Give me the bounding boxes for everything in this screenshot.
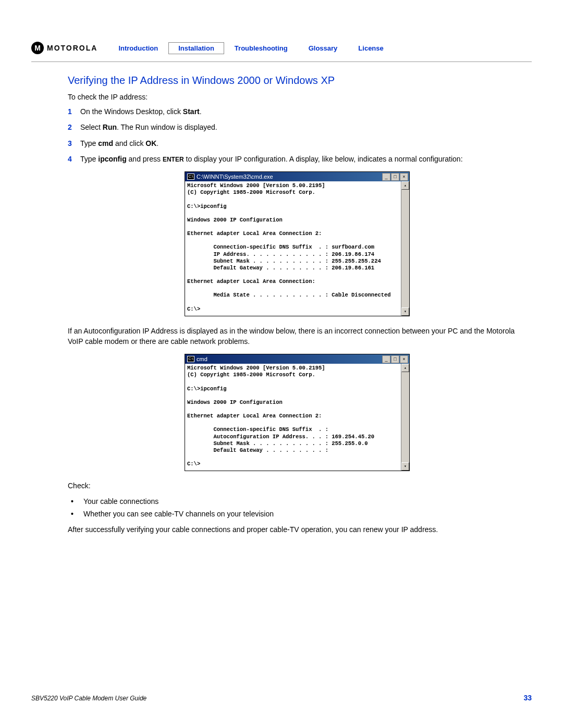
cmd-title-text: C:\WINNT\System32\cmd.exe <box>197 174 273 180</box>
cmd-icon: C:\ <box>187 174 194 180</box>
scroll-down-icon[interactable]: ▾ <box>401 307 409 316</box>
list-item: Whether you can see cable-TV channels on… <box>68 510 527 518</box>
text-fragment: to display your IP configuration. A disp… <box>184 155 463 163</box>
text-fragment: . <box>200 107 202 116</box>
step-text: Select Run. The Run window is displayed. <box>80 122 527 132</box>
step-text: On the Windows Desktop, click Start. <box>80 106 527 117</box>
check-list: Your cable connections Whether you can s… <box>68 497 527 518</box>
motorola-logo: M MOTOROLA <box>31 42 97 54</box>
scrollbar[interactable]: ▴ ▾ <box>401 364 409 471</box>
close-button[interactable]: × <box>400 173 408 181</box>
cmd-titlebar: C:\ C:\WINNT\System32\cmd.exe _ □ × <box>185 172 409 181</box>
maximize-button[interactable]: □ <box>391 173 399 181</box>
nav-installation[interactable]: Installation <box>168 42 224 54</box>
bold-text: cmd <box>98 139 113 147</box>
scrollbar[interactable]: ▴ ▾ <box>401 181 409 315</box>
step-number: 2 <box>68 122 80 132</box>
main-content: Verifying the IP Address in Windows 2000… <box>68 75 527 535</box>
motorola-logo-text: MOTOROLA <box>47 44 97 52</box>
cmd-window-normal: C:\ C:\WINNT\System32\cmd.exe _ □ × Micr… <box>185 171 410 316</box>
nav-glossary[interactable]: Glossary <box>298 42 348 54</box>
step-2: 2 Select Run. The Run window is displaye… <box>68 122 527 132</box>
closing-paragraph: After successfully verifying your cable … <box>68 524 527 535</box>
minimize-button[interactable]: _ <box>382 173 390 181</box>
minimize-button[interactable]: _ <box>382 355 390 363</box>
step-text: Type cmd and click OK. <box>80 138 527 149</box>
list-item-text: Whether you can see cable-TV channels on… <box>83 510 274 518</box>
cmd-titlebar: C:\ cmd _ □ × <box>185 354 409 364</box>
text-fragment: Type <box>80 155 98 163</box>
motorola-logo-icon: M <box>31 42 44 54</box>
nav-troubleshooting[interactable]: Troubleshooting <box>224 42 298 54</box>
autoconfig-paragraph: If an Autoconfiguration IP Address is di… <box>68 326 527 347</box>
footer-doc-title: SBV5220 VoIP Cable Modem User Guide <box>31 695 146 702</box>
close-button[interactable]: × <box>400 355 408 363</box>
intro-text: To check the IP address: <box>68 93 527 101</box>
check-label: Check: <box>68 480 527 491</box>
nav-links: Introduction Installation Troubleshootin… <box>118 42 394 54</box>
cmd-output: Microsoft Windows 2000 [Version 5.00.219… <box>185 181 401 315</box>
footer-page-number: 33 <box>523 694 532 702</box>
text-fragment: . <box>156 139 158 147</box>
step-1: 1 On the Windows Desktop, click Start. <box>68 106 527 117</box>
window-buttons: _ □ × <box>382 355 408 363</box>
cmd-icon: C:\ <box>187 356 194 362</box>
text-fragment: and press <box>127 155 163 163</box>
text-fragment: . The Run window is displayed. <box>117 123 217 131</box>
window-buttons: _ □ × <box>382 173 408 181</box>
cmd-window-autoconfig: C:\ cmd _ □ × Microsoft Windows 2000 [Ve… <box>185 354 410 471</box>
cmd-title-text: cmd <box>197 356 207 362</box>
step-text: Type ipconfig and press ENTER to display… <box>80 154 527 164</box>
page-footer: SBV5220 VoIP Cable Modem User Guide 33 <box>31 694 532 702</box>
list-item-text: Your cable connections <box>83 497 158 505</box>
list-item: Your cable connections <box>68 497 527 505</box>
text-fragment: On the Windows Desktop, click <box>80 107 183 116</box>
header-divider <box>31 61 532 62</box>
bold-text: Start <box>183 107 200 116</box>
scroll-down-icon[interactable]: ▾ <box>401 462 409 471</box>
key-label: ENTER <box>163 156 184 163</box>
scroll-up-icon[interactable]: ▴ <box>401 364 409 372</box>
page-header: M MOTOROLA Introduction Installation Tro… <box>31 42 532 54</box>
steps-list: 1 On the Windows Desktop, click Start. 2… <box>68 106 527 164</box>
text-fragment: Select <box>80 123 103 131</box>
bold-text: ipconfig <box>98 155 126 163</box>
maximize-button[interactable]: □ <box>391 355 399 363</box>
text-fragment: Type <box>80 139 98 147</box>
bold-text: Run <box>103 123 117 131</box>
step-3: 3 Type cmd and click OK. <box>68 138 527 149</box>
nav-license[interactable]: License <box>348 42 394 54</box>
bold-text: OK <box>145 139 156 147</box>
step-number: 4 <box>68 154 80 164</box>
section-title: Verifying the IP Address in Windows 2000… <box>68 75 527 87</box>
cmd-output: Microsoft Windows 2000 [Version 5.00.219… <box>185 364 401 471</box>
step-number: 3 <box>68 138 80 149</box>
text-fragment: and click <box>113 139 145 147</box>
step-number: 1 <box>68 106 80 117</box>
scroll-up-icon[interactable]: ▴ <box>401 181 409 190</box>
step-4: 4 Type ipconfig and press ENTER to displ… <box>68 154 527 164</box>
nav-introduction[interactable]: Introduction <box>118 42 168 54</box>
